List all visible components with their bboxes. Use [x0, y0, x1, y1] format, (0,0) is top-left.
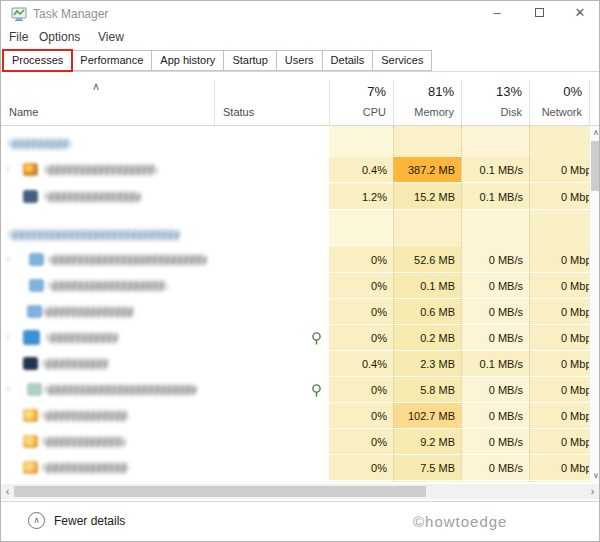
sort-ascending-icon: ∧: [92, 80, 100, 93]
header-status[interactable]: Status: [223, 106, 254, 118]
memory-cell: 387.2 MB: [393, 157, 461, 183]
process-icon: [23, 435, 38, 448]
process-row[interactable]: 0% 102.7 MB 0 MB/s 0 Mbps: [1, 403, 600, 429]
watermark-text: ©howtoedge: [413, 513, 507, 530]
disk-cell: 0.1 MB/s: [461, 351, 529, 377]
process-icon: [23, 409, 38, 422]
cpu-cell: 0.4%: [329, 351, 393, 377]
header-cpu[interactable]: 7% CPU: [329, 72, 393, 125]
menu-bar: File Options View: [1, 28, 599, 49]
header-network[interactable]: 0% Network: [529, 72, 589, 125]
tab-bar: Processes Performance App history Startu…: [1, 50, 599, 72]
process-row[interactable]: 0.4% 2.3 MB 0.1 MB/s 0 Mbps: [1, 351, 600, 377]
horizontal-scrollbar[interactable]: ‹ ›: [1, 484, 600, 499]
process-icon: [23, 163, 38, 176]
window-title: Task Manager: [33, 7, 108, 21]
group-header-row[interactable]: [1, 131, 600, 157]
process-row[interactable]: 0% 7.5 MB 0 MB/s 0 Mbps: [1, 455, 600, 481]
memory-cell: 0.6 MB: [393, 299, 461, 325]
process-row[interactable]: › 0% 52.6 MB 0 MB/s 0 Mbps: [1, 247, 600, 273]
cpu-cell: 0%: [329, 299, 393, 325]
disk-cell: 0.1 MB/s: [461, 157, 529, 183]
disk-cell: 0 MB/s: [461, 325, 529, 351]
cpu-cell: 0%: [329, 455, 393, 481]
fewer-details-label: Fewer details: [54, 514, 125, 528]
memory-cell: 5.8 MB: [393, 377, 461, 403]
close-button[interactable]: ✕: [564, 3, 596, 23]
process-row[interactable]: › 0% 5.8 MB 0 MB/s 0 Mbps: [1, 377, 600, 403]
tab-app-history[interactable]: App history: [152, 50, 224, 71]
vertical-scrollbar-thumb[interactable]: [591, 141, 600, 191]
memory-cell: 102.7 MB: [393, 403, 461, 429]
column-divider[interactable]: [214, 80, 215, 125]
table-header: ∧ Name Status 7% CPU 81% Memory 13% Disk…: [1, 72, 599, 126]
memory-cell: 0.1 MB: [393, 273, 461, 299]
expander-chevron-icon[interactable]: ›: [6, 252, 10, 264]
process-icon: [23, 330, 40, 345]
column-divider: [589, 80, 590, 125]
disk-total-usage: 13%: [496, 84, 522, 99]
tab-performance[interactable]: Performance: [72, 50, 152, 71]
heat-column-divider: [393, 126, 394, 482]
cpu-cell: 0%: [329, 429, 393, 455]
process-row[interactable]: › 0.4% 387.2 MB 0.1 MB/s 0 Mbps: [1, 157, 600, 183]
cpu-cell: 0%: [329, 377, 393, 403]
header-disk[interactable]: 13% Disk: [461, 72, 529, 125]
expander-chevron-icon[interactable]: ›: [6, 330, 10, 342]
maximize-icon: [535, 8, 544, 17]
maximize-button[interactable]: [523, 3, 555, 23]
disk-cell: 0 MB/s: [461, 403, 529, 429]
process-row[interactable]: 1.2% 15.2 MB 0.1 MB/s 0 Mbps: [1, 184, 600, 210]
memory-cell: 15.2 MB: [393, 184, 461, 210]
redacted-process-name: [49, 281, 167, 291]
tab-details[interactable]: Details: [323, 50, 374, 71]
cpu-cell: 0%: [329, 273, 393, 299]
title-bar[interactable]: Task Manager – ✕: [1, 1, 599, 27]
tab-startup[interactable]: Startup: [224, 50, 276, 71]
menu-options[interactable]: Options: [39, 30, 80, 44]
process-icon: [29, 253, 44, 266]
process-row[interactable]: 0% 9.2 MB 0 MB/s 0 Mbps: [1, 429, 600, 455]
horizontal-scrollbar-thumb[interactable]: [14, 486, 426, 497]
expander-chevron-icon[interactable]: ›: [6, 382, 10, 394]
redacted-process-name: [45, 165, 157, 175]
cpu-total-usage: 7%: [367, 84, 386, 99]
tab-users[interactable]: Users: [277, 50, 323, 71]
tab-processes[interactable]: Processes: [3, 50, 72, 71]
network-total-usage: 0%: [563, 84, 582, 99]
expander-chevron-icon[interactable]: ›: [6, 162, 10, 174]
cpu-cell: 1.2%: [329, 184, 393, 210]
process-row[interactable]: 0% 0.1 MB 0 MB/s 0 Mbps: [1, 273, 600, 299]
scroll-right-icon[interactable]: ›: [586, 484, 599, 499]
minimize-button[interactable]: –: [481, 3, 513, 23]
process-row[interactable]: 0% 0.6 MB 0 MB/s 0 Mbps: [1, 299, 600, 325]
vertical-scrollbar[interactable]: ∧ ∨: [589, 126, 600, 482]
group-header-row[interactable]: [1, 222, 600, 248]
process-icon: [23, 357, 38, 370]
scroll-down-icon[interactable]: ∨: [590, 469, 600, 482]
network-label: Network: [542, 106, 582, 118]
process-icon: [23, 190, 38, 203]
memory-cell: 0.2 MB: [393, 325, 461, 351]
memory-cell: 2.3 MB: [393, 351, 461, 377]
suspended-leaf-icon: [311, 332, 322, 345]
task-manager-window: Task Manager – ✕ File Options View Proce…: [0, 0, 600, 542]
disk-cell: 0 MB/s: [461, 429, 529, 455]
scroll-left-icon[interactable]: ‹: [1, 484, 14, 499]
fewer-details-toggle[interactable]: ∧ Fewer details: [28, 512, 125, 529]
process-icon: [27, 383, 42, 396]
menu-file[interactable]: File: [9, 30, 28, 44]
redacted-process-name: [43, 359, 109, 369]
cpu-label: CPU: [363, 106, 386, 118]
scroll-up-icon[interactable]: ∧: [590, 126, 600, 139]
tab-services[interactable]: Services: [373, 50, 432, 71]
header-name[interactable]: Name: [9, 106, 38, 118]
redacted-process-name: [49, 255, 207, 265]
header-memory[interactable]: 81% Memory: [393, 72, 461, 125]
menu-view[interactable]: View: [98, 30, 124, 44]
suspended-leaf-icon: [311, 384, 322, 397]
disk-cell: 0 MB/s: [461, 455, 529, 481]
cpu-cell: 0%: [329, 325, 393, 351]
process-row[interactable]: › 0% 0.2 MB 0 MB/s 0 Mbps: [1, 325, 600, 351]
heat-column-divider: [529, 126, 530, 482]
